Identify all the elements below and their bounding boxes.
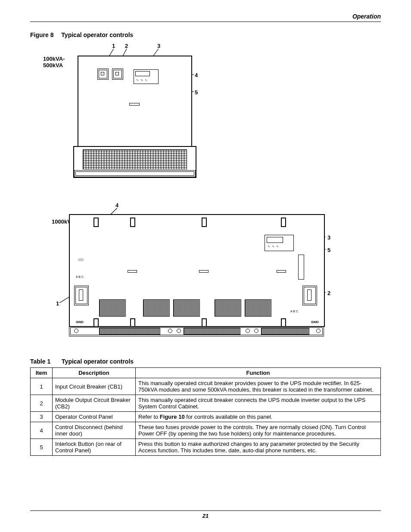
page: Operation Figure 8 Typical operator cont… bbox=[0, 0, 411, 532]
th-item: Item bbox=[31, 368, 53, 378]
callout-3: 3 bbox=[157, 43, 160, 49]
cell-func: These two fuses provide power to the con… bbox=[136, 422, 381, 439]
cell-func: Press this button to make authorized cha… bbox=[136, 439, 381, 456]
table-label: Table 1 bbox=[30, 358, 50, 365]
callout2-4: 4 bbox=[115, 202, 118, 208]
cell-desc: Input Circuit Breaker (CB1) bbox=[53, 378, 136, 395]
operator-panel: ∿ ∿ ∿ bbox=[134, 69, 159, 84]
cb1-1000 bbox=[74, 286, 89, 305]
gnd-right: GND bbox=[311, 320, 319, 324]
table-row: 1 Input Circuit Breaker (CB1) This manua… bbox=[31, 378, 381, 395]
cell-item: 4 bbox=[31, 422, 53, 439]
callout-1: 1 bbox=[112, 43, 115, 49]
table-row: 5 Interlock Button (on rear of Control P… bbox=[31, 439, 381, 456]
figure-title: Figure 8 Typical operator controls bbox=[30, 31, 381, 38]
table-title: Table 1 Typical operator controls bbox=[30, 358, 381, 365]
table-row: 2 Module Output Circuit Breaker (CB2) Th… bbox=[31, 395, 381, 412]
cell-func: This manually operated circuit breaker p… bbox=[136, 378, 381, 395]
th-func: Function bbox=[136, 368, 381, 378]
cb1 bbox=[97, 68, 109, 80]
cabinet-1000: ∿ ∿ ∿ ▯▯▯ A B C bbox=[69, 214, 325, 327]
cell-desc: Module Output Circuit Breaker (CB2) bbox=[53, 395, 136, 412]
th-desc: Description bbox=[53, 368, 136, 378]
cb2 bbox=[112, 68, 123, 80]
phase-labels-left: A B C bbox=[76, 275, 84, 278]
cell-func: This manually operated circuit breaker c… bbox=[136, 395, 381, 412]
cell-item: 5 bbox=[31, 439, 53, 456]
callout2-5: 5 bbox=[327, 247, 330, 253]
fuse-slot bbox=[129, 103, 140, 106]
figure-caption: Typical operator controls bbox=[61, 31, 133, 38]
callout2-2: 2 bbox=[327, 290, 330, 296]
diagram-1000kva: 1000kVA 4 3 5 2 1 bbox=[39, 202, 381, 348]
cell-desc: Operator Control Panel bbox=[53, 412, 136, 422]
section-header: Operation bbox=[30, 13, 381, 22]
model-label: 100kVA- 500kVA bbox=[43, 56, 65, 68]
phase-labels-right: A B C bbox=[290, 310, 298, 313]
table-row: 3 Operator Control Panel Refer to Figure… bbox=[31, 412, 381, 422]
cell-item: 3 bbox=[31, 412, 53, 422]
callout2-3: 3 bbox=[327, 234, 330, 241]
cb2-1000 bbox=[302, 286, 317, 305]
table-caption: Typical operator controls bbox=[62, 358, 134, 365]
callout-2: 2 bbox=[125, 43, 128, 49]
page-number: 21 bbox=[30, 510, 381, 519]
cell-item: 2 bbox=[31, 395, 53, 412]
cell-item: 1 bbox=[31, 378, 53, 395]
cell-func: Refer to Figure 10 for controls availabl… bbox=[136, 412, 381, 422]
gnd-left: GND bbox=[76, 320, 84, 324]
cabinet-base bbox=[73, 146, 196, 178]
figure-label: Figure 8 bbox=[30, 31, 53, 38]
cabinet-top: ∿ ∿ ∿ bbox=[78, 56, 192, 148]
diagram-100-500kva: 100kVA- 500kVA 1 2 3 4 5 bbox=[39, 43, 381, 198]
callout2-1: 1 bbox=[56, 300, 59, 307]
table-row: 4 Control Disconnect (behind inner door)… bbox=[31, 422, 381, 439]
controls-table: Item Description Function 1 Input Circui… bbox=[30, 367, 381, 456]
callout-4: 4 bbox=[195, 72, 198, 78]
cell-desc: Interlock Button (on rear of Control Pan… bbox=[53, 439, 136, 456]
operator-panel-2: ∿ ∿ ∿ bbox=[265, 235, 294, 251]
callout-5: 5 bbox=[195, 89, 198, 96]
cell-desc: Control Disconnect (behind inner door) bbox=[53, 422, 136, 439]
